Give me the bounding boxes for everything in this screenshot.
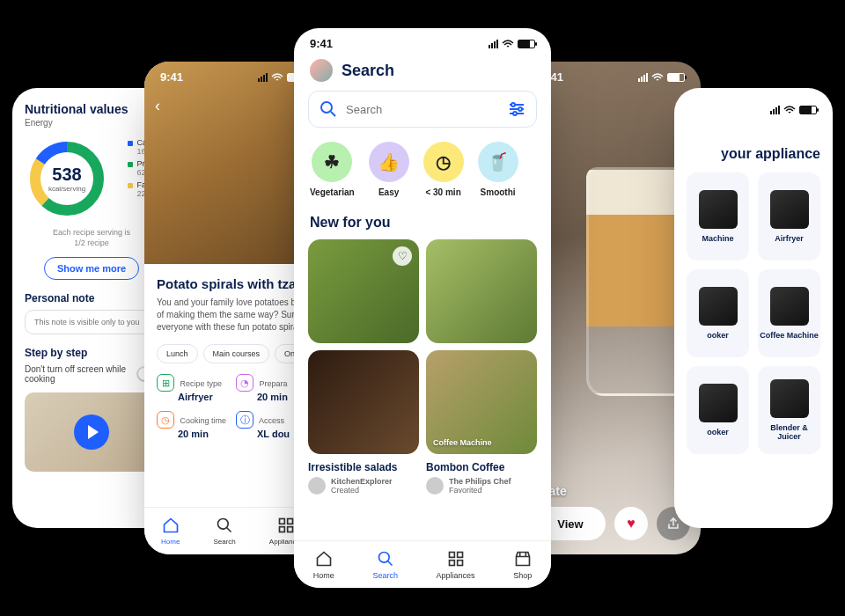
search-icon: [320, 100, 337, 118]
appliance-card[interactable]: ooker: [687, 366, 749, 454]
recipe-meta-grid: ⊞ Recipe type Airfryer ◔ Prepara 20 min …: [157, 374, 308, 439]
appliance-image: [699, 190, 738, 229]
card-meta-block: Bombon Coffee The Philips ChefFavorited: [426, 461, 537, 495]
appliance-card[interactable]: Machine: [687, 172, 749, 260]
svg-rect-6: [280, 519, 285, 524]
search-icon: [216, 517, 233, 536]
under-30-chip[interactable]: ◷ < 30 min: [423, 142, 464, 197]
category-icon: ☘: [312, 142, 352, 182]
recipe-card[interactable]: Coffee Machine: [426, 350, 537, 454]
appliances-grid: Machine Airfryer ooker Coffee Machine oo…: [687, 172, 820, 454]
recipe-meta-item: ◷ Cooking time 20 min: [157, 411, 229, 439]
svg-point-16: [518, 107, 522, 111]
appliance-card[interactable]: ooker: [687, 269, 749, 357]
category-icon: 👍: [369, 142, 409, 182]
category-label: Smoothi: [481, 187, 516, 197]
personal-note-input[interactable]: [25, 310, 158, 334]
shop-icon: [514, 550, 532, 569]
screen-on-label: Don't turn off screen while cooking: [25, 364, 136, 384]
home-icon: [315, 550, 333, 569]
favorite-icon[interactable]: ♡: [393, 246, 412, 266]
recipe-meta-item: ⊞ Recipe type Airfryer: [157, 374, 229, 402]
tab-label: Home: [161, 538, 180, 546]
appliance-image: [770, 379, 809, 418]
status-icons: [489, 40, 535, 48]
svg-rect-22: [449, 560, 454, 565]
recipe-tag-chip[interactable]: Main courses: [203, 344, 270, 363]
appliance-label: Airfryer: [775, 234, 804, 243]
tab-label: Search: [372, 571, 398, 580]
status-icons: [638, 73, 685, 82]
battery-icon: [667, 73, 685, 82]
search-tab[interactable]: Search: [372, 550, 398, 580]
author-sub: Favorited: [449, 486, 482, 495]
svg-rect-21: [457, 552, 462, 557]
home-tab[interactable]: Home: [313, 550, 334, 580]
step-by-step-heading: Step by step: [25, 347, 158, 359]
feature-title: y late: [535, 484, 690, 498]
category-icon: 🥤: [478, 142, 518, 182]
appliance-card[interactable]: Blender & Juicer: [758, 366, 820, 454]
appliance-label: Machine: [702, 234, 733, 243]
appliance-card[interactable]: Airfryer: [758, 172, 820, 260]
tab-label: Appliances: [437, 571, 475, 580]
tab-label: Shop: [513, 571, 532, 580]
appliance-card[interactable]: Coffee Machine: [758, 269, 820, 357]
appliances-tab[interactable]: Appliances: [437, 550, 475, 580]
wifi-icon: [271, 73, 283, 82]
cook-time-icon: ◷: [157, 411, 174, 429]
smoothie-chip[interactable]: 🥤 Smoothi: [478, 142, 518, 197]
tab-label: Home: [313, 571, 334, 580]
prep-time-icon: ◔: [236, 374, 254, 392]
step-video-thumbnail[interactable]: [25, 392, 158, 472]
appliance-image: [770, 190, 809, 229]
svg-line-5: [227, 528, 231, 532]
shop-tab[interactable]: Shop: [513, 550, 532, 580]
show-more-button[interactable]: Show me more: [44, 257, 139, 280]
easy-chip[interactable]: 👍 Easy: [369, 142, 409, 197]
favorite-button[interactable]: ♥: [614, 507, 648, 540]
author-avatar: [426, 477, 444, 495]
appliance-image: [699, 384, 738, 422]
signal-icon: [770, 106, 780, 114]
search-tab[interactable]: Search: [213, 517, 235, 546]
grid-icon: [447, 550, 465, 569]
signal-icon: [489, 40, 498, 48]
vegetarian-chip[interactable]: ☘ Vegetarian: [310, 142, 355, 197]
device-icon: ⊞: [157, 374, 174, 392]
search-bar[interactable]: [308, 91, 537, 128]
status-time: 9:41: [160, 70, 183, 84]
nutrition-title: Nutritional values: [25, 102, 158, 116]
recipe-card[interactable]: ♡: [308, 239, 419, 343]
recipe-title: Potato spirals with tzatz: [157, 276, 308, 291]
recipe-card[interactable]: [308, 350, 419, 454]
recipe-tag-chip[interactable]: Lunch: [157, 344, 198, 363]
svg-point-17: [513, 112, 517, 115]
back-icon[interactable]: ‹: [155, 97, 160, 115]
status-time: 9:41: [310, 37, 333, 50]
category-label: Easy: [378, 187, 399, 197]
battery-icon: [518, 40, 535, 48]
home-tab[interactable]: Home: [161, 517, 180, 546]
recipe-card[interactable]: [426, 239, 537, 343]
calories-unit: kcal/serving: [48, 185, 85, 193]
author-name: The Philips Chef: [449, 477, 511, 486]
recipe-cards-grid: ♡ Coffee Machine: [294, 239, 551, 454]
home-icon: [162, 517, 180, 536]
svg-point-15: [511, 103, 515, 106]
card-title: Bombon Coffee: [426, 461, 537, 473]
svg-rect-7: [288, 519, 293, 524]
tab-label: Search: [213, 538, 235, 546]
user-avatar[interactable]: [310, 59, 333, 82]
svg-line-19: [387, 561, 392, 565]
appliance-image: [699, 287, 738, 326]
category-label: < 30 min: [425, 187, 460, 197]
battery-icon: [799, 106, 817, 114]
play-icon: [74, 414, 109, 450]
card-title: Irresistible salads: [308, 461, 419, 473]
recipe-description: You and your family love potatoes bu of …: [157, 297, 308, 334]
svg-rect-9: [288, 527, 293, 532]
search-input[interactable]: [346, 103, 499, 116]
category-icon: ◷: [423, 142, 464, 182]
filter-icon[interactable]: [508, 100, 525, 118]
